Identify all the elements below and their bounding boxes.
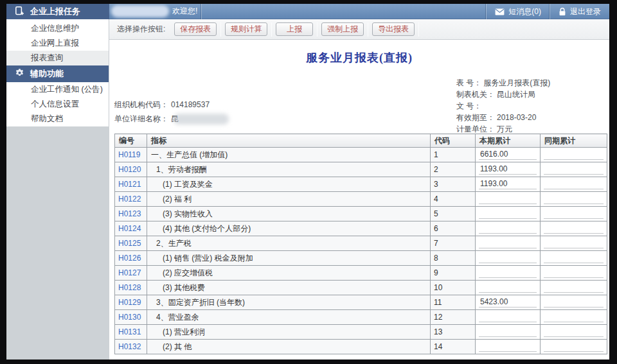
row-id-link[interactable]: H0129 bbox=[118, 298, 141, 307]
code-cell: 14 bbox=[431, 340, 476, 354]
sidebar-item-enterprise-info-maintenance[interactable]: 企业信息维护 bbox=[6, 21, 109, 36]
prior-period-input[interactable] bbox=[544, 194, 604, 204]
table-row: H0120 1、劳动者报酬 2 bbox=[115, 162, 607, 177]
code-cell: 12 bbox=[431, 310, 476, 325]
row-id-link[interactable]: H0131 bbox=[118, 327, 141, 336]
row-id-link[interactable]: H0126 bbox=[118, 254, 141, 263]
meta-line-valid-until: 有效期至：2018-03-20 bbox=[456, 112, 550, 123]
logout-button[interactable]: 退出登录 bbox=[550, 4, 609, 19]
code-cell: 2 bbox=[431, 162, 476, 177]
prior-period-input[interactable] bbox=[544, 253, 604, 263]
meta-line-doc-number: 文 号： bbox=[456, 100, 550, 112]
code-cell: 10 bbox=[431, 281, 476, 295]
code-cell: 5 bbox=[431, 207, 476, 221]
row-id-link[interactable]: H0128 bbox=[118, 283, 141, 292]
code-cell: 8 bbox=[431, 251, 476, 266]
meta-line-issuing-agency: 制表机关：昆山统计局 bbox=[456, 89, 550, 100]
report-table: 编号 指标 代码 本期累计 同期累计 H0119 一、生产总值 (增加值) 1 … bbox=[114, 134, 607, 354]
table-row: H0131 (1) 营业利润 13 bbox=[115, 325, 607, 340]
export-report-button[interactable]: 导出报表 bbox=[372, 22, 415, 36]
current-period-input[interactable] bbox=[479, 194, 537, 204]
row-id-link[interactable]: H0120 bbox=[118, 165, 141, 174]
row-id-link[interactable]: H0124 bbox=[118, 224, 141, 233]
prior-period-input[interactable] bbox=[544, 223, 604, 234]
page-title: 服务业月报表(直报) bbox=[109, 50, 609, 65]
current-period-input[interactable] bbox=[479, 238, 537, 248]
indicator-cell: (1) 销售 (营业) 税金及附加 bbox=[147, 251, 431, 266]
prior-period-input[interactable] bbox=[544, 342, 604, 352]
row-id-link[interactable]: H0127 bbox=[118, 268, 141, 277]
row-id-link[interactable]: H0123 bbox=[118, 209, 141, 218]
current-period-input[interactable] bbox=[479, 209, 537, 219]
prior-period-input[interactable] bbox=[544, 164, 604, 175]
lock-icon bbox=[559, 7, 566, 16]
sidebar-item-enterprise-online-report[interactable]: 企业网上直报 bbox=[6, 36, 109, 51]
topbar-right: 短消息(0) 退出登录 bbox=[486, 4, 609, 19]
force-submit-button[interactable]: 强制上报 bbox=[321, 22, 364, 36]
code-cell: 4 bbox=[431, 192, 476, 207]
current-period-input[interactable] bbox=[479, 150, 537, 160]
indicator-cell: (2) 其 他 bbox=[147, 340, 431, 354]
sidebar-item-report-query[interactable]: 报表查询 bbox=[6, 51, 109, 65]
prior-period-input[interactable] bbox=[544, 238, 604, 248]
rule-calculate-button[interactable]: 规则计算 bbox=[225, 22, 267, 36]
current-period-input[interactable] bbox=[479, 179, 537, 189]
current-period-input[interactable] bbox=[479, 327, 537, 337]
sidebar-section-aux-functions[interactable]: 辅助功能 bbox=[6, 65, 109, 82]
current-period-input[interactable] bbox=[479, 164, 537, 175]
table-header-row: 编号 指标 代码 本期累计 同期累计 bbox=[115, 134, 607, 148]
prior-period-input[interactable] bbox=[544, 282, 604, 293]
gear-icon bbox=[15, 68, 24, 80]
toolbar-divider bbox=[271, 22, 272, 37]
sidebar-menu: 企业信息维护 企业网上直报 报表查询 辅助功能 企业工作通知 (公告) 个人信息… bbox=[6, 19, 109, 126]
indicator-cell: 1、劳动者报酬 bbox=[147, 162, 431, 177]
submit-button[interactable]: 上报 bbox=[276, 22, 313, 36]
toolbar-divider bbox=[368, 22, 368, 37]
messages-button[interactable]: 短消息(0) bbox=[487, 4, 550, 19]
table-row: H0126 (1) 销售 (营业) 税金及附加 8 bbox=[115, 251, 607, 266]
col-header-prior-period: 同期累计 bbox=[541, 134, 607, 148]
prior-period-input[interactable] bbox=[544, 150, 604, 160]
row-id-link[interactable]: H0125 bbox=[118, 239, 141, 248]
save-report-button[interactable]: 保存报表 bbox=[174, 22, 217, 36]
sidebar-item-work-notice[interactable]: 企业工作通知 (公告) bbox=[6, 82, 109, 97]
prior-period-input[interactable] bbox=[544, 179, 604, 189]
prior-period-input[interactable] bbox=[544, 327, 604, 337]
org-info-block: 组织机构代码：014189537 单位详细名称：昆 bbox=[114, 98, 229, 126]
row-id-link[interactable]: H0119 bbox=[118, 150, 140, 159]
org-code-value: 014189537 bbox=[171, 100, 210, 109]
indicator-cell: (4) 其他 (支付给个人部分) bbox=[147, 221, 431, 236]
current-period-input[interactable] bbox=[479, 268, 537, 278]
current-period-input[interactable] bbox=[479, 297, 537, 308]
current-period-input[interactable] bbox=[479, 282, 537, 293]
sidebar-section-report-tasks[interactable]: 企业上报任务 bbox=[6, 4, 109, 19]
welcome-text: 欢迎您! bbox=[172, 4, 197, 19]
topbar-divider bbox=[201, 4, 202, 19]
current-period-input[interactable] bbox=[479, 342, 537, 352]
toolbar-divider bbox=[317, 22, 317, 37]
code-cell: 9 bbox=[431, 266, 476, 281]
indicator-cell: (2) 应交增值税 bbox=[147, 266, 431, 281]
prior-period-input[interactable] bbox=[544, 297, 604, 308]
prior-period-input[interactable] bbox=[544, 268, 604, 278]
prior-period-input[interactable] bbox=[544, 312, 604, 322]
current-period-input[interactable] bbox=[479, 312, 537, 322]
current-period-input[interactable] bbox=[479, 223, 537, 234]
prior-period-input[interactable] bbox=[544, 209, 604, 219]
topbar: 企业上报任务 欢迎您! 短消息(0) 退出登录 bbox=[6, 4, 609, 19]
org-code-label: 组织机构代码： bbox=[114, 100, 168, 109]
current-period-input[interactable] bbox=[479, 253, 537, 263]
row-id-link[interactable]: H0122 bbox=[118, 195, 141, 204]
table-row: H0124 (4) 其他 (支付给个人部分) 6 bbox=[115, 221, 607, 236]
toolbar-divider bbox=[220, 22, 221, 37]
sidebar-item-personal-settings[interactable]: 个人信息设置 bbox=[6, 97, 109, 112]
row-id-link[interactable]: H0130 bbox=[118, 313, 141, 322]
indicator-cell: (3) 实物性收入 bbox=[147, 207, 431, 221]
toolbar-divider bbox=[418, 22, 419, 37]
row-id-link[interactable]: H0121 bbox=[118, 180, 141, 189]
table-row: H0129 3、固定资产折旧 (当年数) 11 bbox=[115, 295, 607, 310]
table-row: H0119 一、生产总值 (增加值) 1 bbox=[115, 148, 607, 162]
table-row: H0127 (2) 应交增值税 9 bbox=[115, 266, 607, 281]
sidebar-item-help-docs[interactable]: 帮助文档 bbox=[6, 112, 109, 126]
row-id-link[interactable]: H0132 bbox=[118, 342, 141, 351]
